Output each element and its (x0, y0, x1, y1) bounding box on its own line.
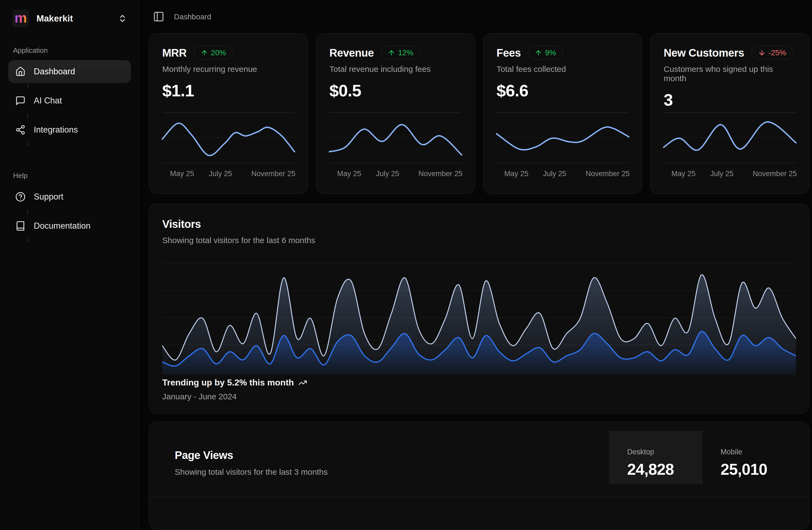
stat-subtitle: Monthly recurring revenue (162, 65, 294, 74)
sidebar-item-label: Integrations (34, 125, 78, 135)
section-label-help: Help (13, 172, 131, 180)
workspace-switcher[interactable]: m Makerkit (8, 8, 131, 29)
stat-value: $1.1 (162, 81, 294, 100)
arrow-down-icon (758, 49, 766, 57)
x-tick: July 25 (710, 170, 734, 178)
visitors-chart-svg (162, 256, 796, 377)
trend-badge: 20% (194, 46, 233, 60)
sidebar-toggle-button[interactable] (153, 11, 165, 23)
stat-card-new-customers: New Customers -25% Customers who signed … (650, 33, 809, 194)
arrow-up-icon (201, 49, 208, 57)
sparkline-x-axis: May 25 July 25 November 25 (496, 170, 629, 181)
visitors-subtitle: Showing total visitors for the last 6 mo… (162, 236, 796, 245)
x-tick: November 25 (251, 170, 295, 178)
stat-title: Fees (496, 47, 521, 59)
sparkline-chart[interactable]: May 25 July 25 November 25 (664, 112, 796, 181)
trend-value: 9% (545, 48, 556, 57)
sidebar-item-label: AI Chat (34, 96, 62, 105)
stat-subtitle: Customers who signed up this month (664, 65, 796, 83)
sparkline-svg (162, 112, 294, 163)
visitors-title: Visitors (162, 218, 796, 230)
sparkline-x-axis: May 25 July 25 November 25 (329, 170, 462, 181)
sparkline-svg (496, 112, 629, 163)
rail-dash (27, 210, 28, 213)
main-content: Dashboard MRR 20% Monthly recurring reve… (140, 0, 812, 530)
sidebar-item-label: Documentation (34, 221, 91, 231)
message-square-icon (15, 96, 26, 106)
rail-dash (27, 143, 28, 146)
section-label-application: Application (13, 46, 131, 55)
page-views-toggles: Desktop 24,828 Mobile 25,010 (609, 431, 796, 484)
workspace-name: Makerkit (37, 13, 73, 24)
makerkit-logo: m (12, 10, 29, 27)
sparkline-chart[interactable]: May 25 July 25 November 25 (162, 112, 294, 181)
toggle-value: 24,828 (627, 460, 702, 478)
sidebar-item-label: Support (34, 192, 63, 202)
trending-up-icon (298, 378, 307, 387)
x-tick: May 25 (671, 170, 696, 178)
visitors-trend-text: Trending up by 5.2% this month (162, 377, 294, 388)
sparkline-svg (329, 112, 462, 163)
toggle-value: 25,010 (721, 460, 796, 478)
page-views-header: Page Views Showing total visitors for th… (149, 422, 809, 484)
toggle-desktop[interactable]: Desktop 24,828 (609, 431, 702, 484)
house-icon (15, 67, 26, 77)
sidebar: m Makerkit Application Dashboard AI Chat… (0, 0, 140, 530)
sparkline-svg (664, 112, 796, 163)
topbar: Dashboard (149, 0, 809, 23)
x-tick: July 25 (543, 170, 566, 178)
visitors-area-chart[interactable] (162, 256, 796, 377)
stat-subtitle: Total revenue including fees (329, 65, 462, 74)
sidebar-item-support[interactable]: Support (8, 185, 131, 208)
trend-value: -25% (768, 48, 786, 57)
x-tick: May 25 (504, 170, 528, 178)
stat-card-revenue: Revenue 12% Total revenue including fees… (316, 33, 475, 194)
stat-value: $6.6 (496, 81, 629, 100)
book-icon (15, 221, 26, 231)
sparkline-x-axis: May 25 July 25 November 25 (162, 170, 294, 181)
rail-dash (27, 114, 28, 117)
stat-value: $0.5 (329, 81, 462, 100)
visitors-card: Visitors Showing total visitors for the … (149, 204, 809, 414)
sidebar-item-label: Dashboard (34, 67, 75, 76)
trend-badge: 12% (381, 46, 420, 60)
toggle-label: Desktop (627, 448, 702, 456)
page-views-card: Page Views Showing total visitors for th… (149, 422, 809, 530)
page-views-title: Page Views (175, 449, 609, 461)
x-tick: May 25 (170, 170, 194, 178)
nav-application: Dashboard AI Chat Integrations (8, 60, 131, 147)
visitors-footer: Trending up by 5.2% this month January -… (162, 377, 796, 401)
rail-dash (27, 239, 28, 242)
x-tick: November 25 (585, 170, 629, 178)
x-tick: November 25 (753, 170, 797, 178)
sparkline-x-axis: May 25 July 25 November 25 (664, 170, 796, 181)
sidebar-item-integrations[interactable]: Integrations (8, 118, 131, 141)
page-views-subtitle: Showing total visitors for the last 3 mo… (175, 468, 609, 477)
breadcrumb: Dashboard (174, 13, 211, 21)
sidebar-item-documentation[interactable]: Documentation (8, 215, 131, 238)
stat-title: MRR (162, 47, 187, 59)
trend-value: 20% (211, 48, 226, 57)
stat-subtitle: Total fees collected (496, 65, 629, 74)
x-tick: July 25 (209, 170, 232, 178)
trend-value: 12% (398, 48, 413, 57)
trend-badge: 9% (528, 46, 563, 60)
trend-badge: -25% (751, 46, 793, 60)
rail-dash (27, 84, 28, 88)
panel-left-icon (153, 11, 164, 22)
sparkline-chart[interactable]: May 25 July 25 November 25 (496, 112, 629, 181)
sidebar-item-dashboard[interactable]: Dashboard (8, 60, 131, 83)
logo-letter: m (14, 11, 27, 25)
x-tick: November 25 (418, 170, 463, 178)
sidebar-item-ai-chat[interactable]: AI Chat (8, 89, 131, 112)
arrow-up-icon (535, 49, 542, 57)
stat-title: New Customers (664, 47, 744, 59)
stat-card-mrr: MRR 20% Monthly recurring revenue $1.1 M… (149, 33, 308, 194)
help-circle-icon (15, 192, 26, 202)
sparkline-chart[interactable]: May 25 July 25 November 25 (329, 112, 462, 181)
nav-help: Support Documentation (8, 185, 131, 244)
stat-title: Revenue (329, 47, 374, 59)
visitors-date-range: January - June 2024 (162, 392, 796, 401)
toggle-mobile[interactable]: Mobile 25,010 (702, 431, 796, 484)
chevrons-up-down-icon (118, 14, 127, 23)
